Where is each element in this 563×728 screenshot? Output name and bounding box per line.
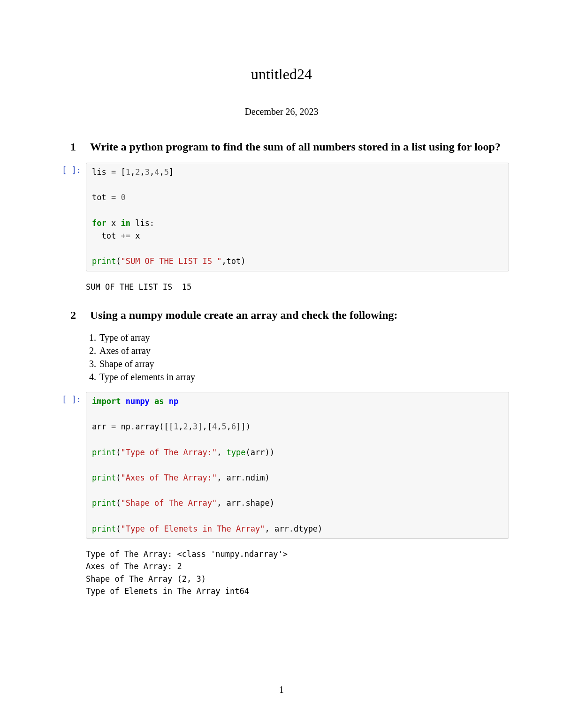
code-cell-2: [ ]: import numpy as np arr = np.array([… [54,392,509,539]
list-item: Type of elements in array [99,370,509,383]
section-1-heading: 1 Write a python program to find the sum… [54,141,509,153]
page-number: 1 [0,684,563,695]
list-item: Shape of array [99,357,509,370]
section-1-title: Write a python program to find the sum o… [90,141,509,153]
cell-1-prompt: [ ]: [54,163,86,271]
list-item: Axes of array [99,344,509,357]
code-cell-1: [ ]: lis = [1,2,3,4,5] tot = 0 for x in … [54,163,509,271]
list-item: Type of array [99,331,509,344]
section-2-number: 2 [70,309,90,322]
cell-2-output: Type of The Array: <class 'numpy.ndarray… [86,544,509,597]
document-page: untitled24 December 26, 2023 1 Write a p… [0,0,563,728]
cell-2-prompt: [ ]: [54,392,86,539]
section-2-list: Type of array Axes of array Shape of arr… [54,331,509,383]
cell-1-code: lis = [1,2,3,4,5] tot = 0 for x in lis: … [86,163,509,271]
section-2-heading: 2 Using a numpy module create an array a… [54,309,509,322]
document-title: untitled24 [54,66,509,83]
cell-1-output: SUM OF THE LIST IS 15 [86,277,509,293]
cell-2-code: import numpy as np arr = np.array([[1,2,… [86,392,509,539]
document-date: December 26, 2023 [54,106,509,117]
section-1-number: 1 [70,141,90,153]
section-2-title: Using a numpy module create an array and… [90,309,509,322]
